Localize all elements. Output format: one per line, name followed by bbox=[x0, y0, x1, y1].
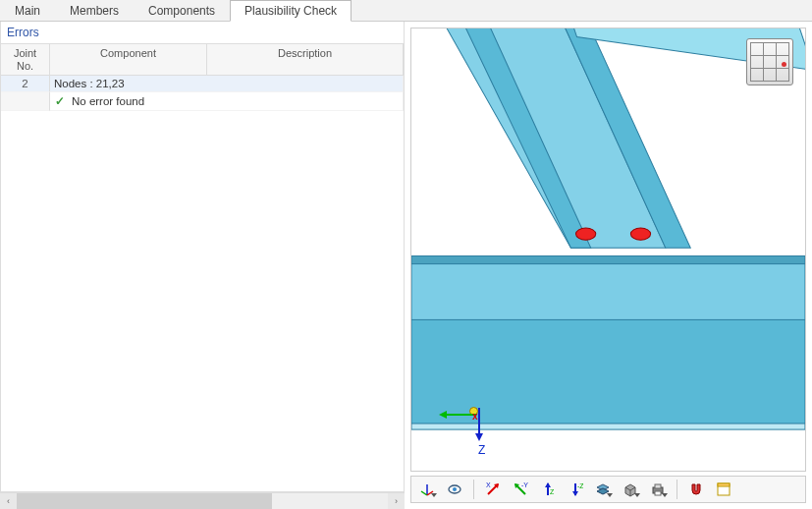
axis-x-icon: X bbox=[485, 481, 501, 497]
separator bbox=[473, 480, 474, 499]
right-panel: x Z X -Y Z -Z bbox=[405, 22, 812, 509]
svg-marker-29 bbox=[572, 491, 578, 496]
svg-rect-1 bbox=[411, 260, 805, 320]
svg-rect-41 bbox=[718, 483, 730, 486]
beam-render bbox=[411, 28, 805, 468]
axis-z-button[interactable]: Z bbox=[535, 478, 561, 501]
grid-header-row: Joint No. Component Description bbox=[1, 44, 404, 76]
ucs-button[interactable] bbox=[414, 478, 440, 501]
grid-body: 2 Nodes : 21,23 ✓ No error found bbox=[1, 76, 404, 111]
tab-members[interactable]: Members bbox=[55, 0, 134, 21]
scroll-left-button[interactable]: ‹ bbox=[0, 493, 17, 510]
svg-point-18 bbox=[453, 487, 457, 491]
svg-marker-26 bbox=[545, 482, 551, 487]
axis-z-label: Z bbox=[478, 443, 485, 457]
nav-cube-marker-icon bbox=[782, 62, 786, 67]
scroll-right-button[interactable]: › bbox=[388, 493, 405, 510]
snap-button[interactable] bbox=[683, 478, 709, 501]
scroll-thumb[interactable] bbox=[17, 493, 272, 509]
svg-line-15 bbox=[421, 491, 427, 495]
cube-icon bbox=[623, 481, 638, 497]
svg-marker-13 bbox=[475, 433, 483, 441]
tab-main[interactable]: Main bbox=[0, 0, 55, 21]
left-panel: Errors Joint No. Component Description 2… bbox=[0, 22, 405, 509]
cell-status: ✓ No error found bbox=[50, 92, 404, 111]
svg-text:X: X bbox=[486, 481, 491, 488]
scroll-track[interactable] bbox=[17, 493, 388, 509]
view-button[interactable] bbox=[442, 478, 467, 501]
axis-z-icon: Z bbox=[540, 481, 556, 497]
errors-grid: Joint No. Component Description 2 Nodes … bbox=[0, 44, 405, 492]
viewport-toolbar: X -Y Z -Z bbox=[410, 476, 806, 503]
main-body: Errors Joint No. Component Description 2… bbox=[0, 22, 812, 509]
box-button[interactable] bbox=[618, 478, 643, 501]
svg-rect-9 bbox=[411, 424, 805, 429]
new-window-button[interactable] bbox=[711, 478, 736, 501]
svg-rect-2 bbox=[411, 255, 805, 263]
svg-text:-Z: -Z bbox=[577, 482, 583, 489]
svg-rect-38 bbox=[655, 484, 661, 488]
svg-text:-Y: -Y bbox=[521, 481, 528, 488]
nav-cube[interactable] bbox=[746, 38, 793, 85]
cell-nodes: Nodes : 21,23 bbox=[50, 76, 404, 92]
svg-text:Z: Z bbox=[550, 488, 555, 495]
axis-neg-z-icon: -Z bbox=[568, 481, 583, 497]
col-header-joint-no[interactable]: Joint No. bbox=[1, 44, 50, 76]
horizontal-scrollbar[interactable]: ‹ › bbox=[0, 492, 405, 509]
checkmark-icon: ✓ bbox=[54, 94, 66, 108]
svg-point-7 bbox=[575, 228, 595, 240]
axis-x-button[interactable]: X bbox=[480, 478, 506, 501]
layers-icon bbox=[595, 481, 611, 497]
new-window-icon bbox=[716, 481, 731, 497]
tab-components[interactable]: Components bbox=[134, 0, 230, 21]
tabs-bar: Main Members Components Plausibility Che… bbox=[0, 0, 812, 22]
display-button[interactable] bbox=[590, 478, 616, 501]
axis-y-icon: -Y bbox=[513, 481, 528, 497]
viewport-3d[interactable]: x Z bbox=[410, 28, 806, 472]
table-row[interactable]: 2 Nodes : 21,23 bbox=[1, 76, 404, 92]
col-header-description[interactable]: Description bbox=[207, 44, 404, 76]
col-header-component[interactable]: Component bbox=[50, 44, 207, 76]
print-button[interactable] bbox=[645, 478, 671, 501]
table-row[interactable]: ✓ No error found bbox=[1, 92, 404, 111]
axis-blue-arrow-icon bbox=[472, 408, 486, 441]
eye-icon bbox=[447, 481, 462, 497]
svg-rect-39 bbox=[655, 491, 661, 495]
svg-point-8 bbox=[630, 228, 650, 240]
axis-y-button[interactable]: -Y bbox=[508, 478, 533, 501]
panel-title-errors: Errors bbox=[0, 22, 405, 44]
status-text: No error found bbox=[72, 95, 144, 107]
svg-marker-11 bbox=[439, 411, 447, 419]
svg-marker-32 bbox=[597, 488, 609, 494]
cell-joint-no-empty bbox=[1, 92, 50, 111]
ucs-icon bbox=[419, 481, 435, 497]
printer-icon bbox=[650, 481, 666, 497]
svg-line-16 bbox=[427, 491, 433, 495]
tab-plausibility-check[interactable]: Plausibility Check bbox=[230, 0, 352, 22]
magnet-icon bbox=[688, 481, 704, 497]
separator bbox=[677, 480, 677, 499]
cell-joint-no: 2 bbox=[1, 76, 50, 92]
axis-neg-z-button[interactable]: -Z bbox=[563, 478, 588, 501]
